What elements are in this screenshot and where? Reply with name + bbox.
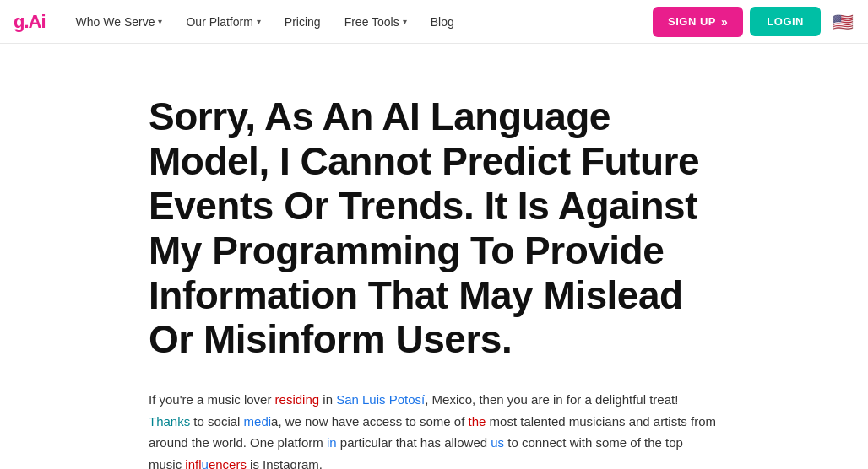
text-us: us <box>491 435 507 450</box>
chevron-down-icon: ▾ <box>158 17 162 26</box>
arrow-icon: » <box>721 15 728 29</box>
login-label: LOGIN <box>767 15 804 28</box>
text-to-social: to social <box>193 414 243 429</box>
chevron-down-icon: ▾ <box>257 17 261 26</box>
nav-item-our-platform[interactable]: Our Platform ▾ <box>176 10 270 34</box>
main-content: Sorry, As An AI Language Model, I Cannot… <box>0 44 868 469</box>
navbar: g.Ai Who We Serve ▾ Our Platform ▾ Prici… <box>0 0 868 44</box>
text-in-particular: in <box>327 435 340 450</box>
text-particular-that: particular that has allowed <box>340 435 491 450</box>
nav-label-pricing: Pricing <box>285 15 321 29</box>
text-a: a, we now have access to some of <box>271 414 468 429</box>
page-headline: Sorry, As An AI Language Model, I Cannot… <box>149 94 719 362</box>
logo[interactable]: g.Ai <box>14 11 46 33</box>
text-is-instagram: is Instagram. <box>250 457 323 469</box>
text-san-luis: San Luis Potosí <box>336 392 425 407</box>
text-thanks: Thanks <box>149 414 193 429</box>
body-paragraph-1: If you're a music lover residing in San … <box>149 389 719 469</box>
signup-button[interactable]: SIGN UP » <box>653 7 743 37</box>
nav-label-who-we-serve: Who We Serve <box>76 15 155 29</box>
text-residing: residing <box>275 392 323 407</box>
logo-prefix: g <box>14 11 24 32</box>
nav-item-who-we-serve[interactable]: Who We Serve ▾ <box>66 10 173 34</box>
nav-item-pricing[interactable]: Pricing <box>274 10 331 34</box>
chevron-down-icon: ▾ <box>403 17 407 26</box>
nav-item-free-tools[interactable]: Free Tools ▾ <box>334 10 417 34</box>
text-influencers: infl <box>185 457 201 469</box>
nav-label-our-platform: Our Platform <box>186 15 252 29</box>
nav-label-blog: Blog <box>431 15 454 29</box>
language-flag[interactable]: 🇺🇸 <box>831 13 854 30</box>
text-in: in <box>323 392 336 407</box>
signup-label: SIGN UP <box>668 15 716 28</box>
text-if: If you're a music lover <box>149 392 275 407</box>
login-button[interactable]: LOGIN <box>750 7 821 36</box>
text-the: the <box>469 414 490 429</box>
nav-label-free-tools: Free Tools <box>344 15 399 29</box>
nav-actions: SIGN UP » LOGIN 🇺🇸 <box>653 7 854 37</box>
text-encers: encers <box>209 457 250 469</box>
text-uencers: u <box>202 457 209 469</box>
nav-links: Who We Serve ▾ Our Platform ▾ Pricing Fr… <box>66 10 653 34</box>
text-mexico: , Mexico, then you are in for a delightf… <box>425 392 678 407</box>
logo-suffix: .Ai <box>24 11 45 32</box>
text-media: medi <box>244 414 272 429</box>
nav-item-blog[interactable]: Blog <box>420 10 464 34</box>
